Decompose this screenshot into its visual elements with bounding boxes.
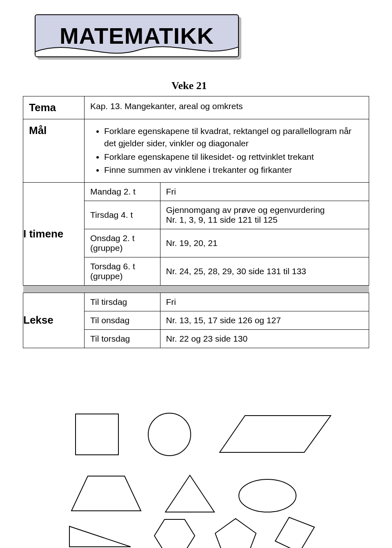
svg-rect-0	[76, 414, 118, 455]
itimene-col2: Gjennomgang av prøve og egenvurdering Nr…	[160, 201, 369, 229]
week-label: Veke 21	[172, 80, 207, 92]
lekse-label: Lekse	[23, 293, 85, 348]
maal-bullets: Forklare egenskapene til kvadrat, rektan…	[90, 125, 363, 177]
lekse-col1: Til onsdag	[85, 311, 160, 329]
table-row: Til torsdag Nr. 22 og 23 side 130	[85, 329, 369, 348]
banner-body: MATEMATIKK	[35, 14, 239, 57]
table-row: Torsdag 6. t (gruppe) Nr. 24, 25, 28, 29…	[85, 257, 369, 285]
itimene-col1: Onsdag 2. t (gruppe)	[85, 229, 160, 257]
row-tema: Tema Kap. 13. Mangekanter, areal og omkr…	[23, 96, 369, 119]
itimene-col1-line: Onsdag 2. t	[90, 233, 154, 243]
content-table: Tema Kap. 13. Mangekanter, areal og omkr…	[23, 96, 369, 348]
trapezoid-icon	[67, 472, 145, 517]
itimene-col1: Mandag 2. t	[85, 183, 160, 201]
table-row: Til tirsdag Fri	[85, 293, 369, 311]
diamond-icon	[273, 515, 318, 548]
maal-bullet: Forklare egenskapene til kvadrat, rektan…	[104, 125, 363, 150]
row-itimene: I timene Mandag 2. t Fri Tirsdag 4. t Gj…	[23, 182, 369, 285]
maal-value: Forklare egenskapene til kvadrat, rektan…	[85, 119, 369, 183]
lekse-col2: Fri	[160, 293, 369, 311]
itimene-col1-line: (gruppe)	[90, 243, 154, 253]
lekse-col1: Til tirsdag	[85, 293, 160, 311]
svg-marker-8	[215, 519, 256, 548]
itimene-col2: Nr. 24, 25, 28, 29, 30 side 131 til 133	[160, 257, 369, 285]
itimene-inner-table: Mandag 2. t Fri Tirsdag 4. t Gjennomgang…	[85, 183, 369, 285]
pentagon-icon	[212, 516, 259, 548]
lekse-value: Til tirsdag Fri Til onsdag Nr. 13, 15, 1…	[85, 293, 369, 348]
square-icon	[71, 411, 125, 460]
lekse-inner-table: Til tirsdag Fri Til onsdag Nr. 13, 15, 1…	[85, 293, 369, 348]
table-row: Mandag 2. t Fri	[85, 183, 369, 201]
itimene-col1: Torsdag 6. t (gruppe)	[85, 257, 160, 285]
svg-point-5	[239, 479, 296, 512]
itimene-col1: Tirsdag 4. t	[85, 201, 160, 229]
parallelogram-icon	[216, 411, 335, 460]
circle-icon	[143, 411, 196, 460]
lekse-col2: Nr. 13, 15, 17 side 126 og 127	[160, 311, 369, 329]
itimene-col2-line: Nr. 1, 3, 9, 11 side 121 til 125	[166, 215, 363, 225]
svg-marker-4	[165, 475, 214, 512]
svg-marker-3	[71, 476, 141, 511]
itimene-col2: Nr. 19, 20, 21	[160, 229, 369, 257]
itimene-col1-line: (gruppe)	[90, 271, 154, 281]
maal-bullet: Forklare egenskapene til likesidet- og r…	[104, 151, 363, 163]
shapes-panel	[0, 411, 392, 546]
separator-row	[23, 285, 369, 293]
tema-label: Tema	[23, 96, 85, 119]
svg-marker-7	[154, 519, 195, 548]
banner-wave-icon	[35, 40, 239, 57]
lekse-col1: Til torsdag	[85, 329, 160, 348]
itimene-col2: Fri	[160, 183, 369, 201]
tema-value: Kap. 13. Mangekanter, areal og omkrets	[85, 96, 369, 119]
itimene-label: I timene	[23, 182, 85, 285]
hexagon-icon	[151, 516, 198, 548]
table-row: Onsdag 2. t (gruppe) Nr. 19, 20, 21	[85, 229, 369, 257]
right-triangle-icon	[65, 523, 135, 548]
itimene-value: Mandag 2. t Fri Tirsdag 4. t Gjennomgang…	[85, 182, 369, 285]
lekse-col2: Nr. 22 og 23 side 130	[160, 329, 369, 348]
triangle-icon	[161, 472, 218, 517]
svg-marker-9	[275, 517, 314, 548]
title-banner: MATEMATIKK	[35, 14, 239, 61]
table-row: Til onsdag Nr. 13, 15, 17 side 126 og 12…	[85, 311, 369, 329]
table-row: Tirsdag 4. t Gjennomgang av prøve og ege…	[85, 201, 369, 229]
svg-point-1	[148, 413, 191, 456]
itimene-col2-line: Gjennomgang av prøve og egenvurdering	[166, 205, 363, 215]
maal-label: Mål	[23, 119, 85, 183]
svg-marker-6	[69, 526, 131, 547]
svg-marker-2	[220, 416, 331, 452]
row-maal: Mål Forklare egenskapene til kvadrat, re…	[23, 119, 369, 183]
row-lekse: Lekse Til tirsdag Fri Til onsdag Nr. 13,…	[23, 293, 369, 348]
itimene-col1-line: Torsdag 6. t	[90, 262, 154, 271]
ellipse-icon	[235, 476, 300, 517]
maal-bullet: Finne summen av vinklene i trekanter og …	[104, 164, 363, 176]
